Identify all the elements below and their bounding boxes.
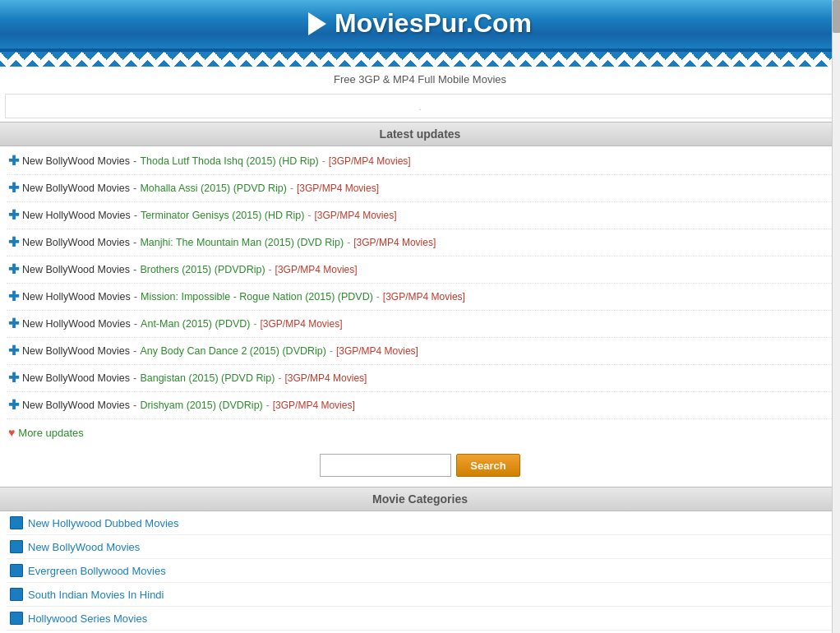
plus-icon: ✚ [8, 395, 19, 415]
category-item: Hollywood Series Movies [7, 607, 833, 631]
category-label: New BollyWood Movies [22, 371, 130, 386]
format-link[interactable]: [3GP/MP4 Movies] [353, 235, 436, 250]
site-subtitle: Free 3GP & MP4 Full Mobile Movies [0, 67, 840, 90]
category-label: New BollyWood Movies [22, 344, 130, 359]
heart-icon: ♥ [8, 426, 15, 439]
category-label: New BollyWood Movies [22, 181, 130, 196]
format-dash: - [347, 235, 350, 250]
separator: - [133, 153, 136, 169]
format-dash: - [253, 316, 256, 331]
update-item: ✚ New BollyWood Movies - Manjhi: The Mou… [7, 229, 833, 256]
plus-icon: ✚ [8, 260, 19, 280]
update-item: ✚ New HollyWood Movies - Mission: Imposs… [7, 284, 833, 311]
format-dash: - [330, 344, 333, 358]
format-link[interactable]: [3GP/MP4 Movies] [383, 289, 465, 304]
update-item: ✚ New BollyWood Movies - Bangistan (2015… [7, 365, 833, 392]
play-icon [308, 12, 326, 35]
header-zigzag [0, 52, 840, 67]
category-link[interactable]: South Indian Movies In Hindi [28, 589, 164, 601]
plus-icon: ✚ [8, 178, 19, 198]
site-header: MoviesPur.Com [0, 0, 840, 52]
category-label: New BollyWood Movies [22, 398, 130, 414]
separator: - [133, 343, 136, 359]
movie-link[interactable]: Manjhi: The Mountain Man (2015) (DVD Rip… [140, 235, 344, 251]
format-dash: - [290, 181, 293, 196]
movie-link[interactable]: Drishyam (2015) (DVDRip) [140, 398, 262, 414]
category-link[interactable]: Evergreen Bollywood Movies [28, 565, 166, 577]
update-item: ✚ New BollyWood Movies - Any Body Can Da… [7, 338, 833, 365]
plus-icon: ✚ [8, 206, 19, 225]
category-label: New BollyWood Movies [22, 262, 130, 278]
category-icon [10, 540, 23, 553]
separator: - [133, 180, 136, 196]
plus-icon: ✚ [8, 287, 19, 307]
separator: - [134, 289, 137, 305]
format-link[interactable]: [3GP/MP4 Movies] [336, 344, 418, 358]
format-link[interactable]: [3GP/MP4 Movies] [297, 181, 379, 196]
separator: - [133, 234, 136, 251]
format-link[interactable]: [3GP/MP4 Movies] [260, 316, 342, 331]
movie-link[interactable]: Any Body Can Dance 2 (2015) (DVDRip) [140, 344, 326, 359]
ad-banner: . [5, 94, 835, 118]
format-link[interactable]: [3GP/MP4 Movies] [275, 262, 358, 277]
format-link[interactable]: [3GP/MP4 Movies] [284, 371, 367, 386]
format-dash: - [376, 289, 380, 304]
plus-icon: ✚ [8, 151, 19, 171]
category-icon [10, 612, 23, 625]
ad-text: . [418, 102, 421, 112]
plus-icon: ✚ [8, 368, 19, 388]
updates-list: ✚ New BollyWood Movies - Thoda Lutf Thod… [0, 146, 840, 421]
site-title-text: MoviesPur.Com [335, 8, 532, 39]
format-dash: - [278, 371, 281, 386]
category-icon [10, 588, 23, 601]
format-link[interactable]: [3GP/MP4 Movies] [329, 154, 411, 169]
movie-link[interactable]: Mission: Impossible - Rogue Nation (2015… [141, 289, 373, 305]
separator: - [134, 207, 137, 224]
category-label: New BollyWood Movies [22, 235, 130, 251]
more-updates-link[interactable]: More updates [18, 427, 84, 439]
format-dash: - [322, 154, 325, 169]
category-label: New BollyWood Movies [22, 154, 130, 169]
category-link[interactable]: New Hollywood Dubbed Movies [28, 517, 179, 529]
format-dash: - [269, 262, 272, 277]
movie-categories-header: Movie Categories [0, 487, 840, 511]
separator: - [134, 316, 137, 332]
format-link[interactable]: [3GP/MP4 Movies] [273, 398, 355, 413]
update-item: ✚ New BollyWood Movies - Drishyam (2015)… [7, 392, 833, 419]
movie-link[interactable]: Terminator Genisys (2015) (HD Rip) [141, 208, 304, 224]
category-item: Evergreen Bollywood Movies [7, 559, 833, 583]
separator: - [133, 370, 136, 386]
format-dash: - [266, 398, 270, 413]
separator: - [133, 261, 136, 278]
plus-icon: ✚ [8, 233, 19, 252]
category-item: South Indian Movies In Hindi [7, 583, 833, 607]
category-label: New HollyWood Movies [22, 289, 131, 305]
movie-link[interactable]: Brothers (2015) (PDVDRip) [140, 262, 265, 278]
latest-updates-header: Latest updates [0, 122, 840, 146]
separator: - [133, 397, 136, 414]
plus-icon: ✚ [8, 314, 19, 334]
site-title: MoviesPur.Com [0, 8, 840, 49]
category-icon [10, 516, 23, 529]
movie-link[interactable]: Mohalla Assi (2015) (PDVD Rip) [140, 181, 287, 196]
category-icon [10, 564, 23, 577]
category-item: New Hollywood Dubbed Movies [7, 511, 833, 535]
search-section: Search [0, 444, 840, 487]
update-item: ✚ New HollyWood Movies - Ant-Man (2015) … [7, 311, 833, 338]
format-link[interactable]: [3GP/MP4 Movies] [314, 208, 396, 223]
scrollbar-thumb[interactable] [833, 0, 840, 33]
scrollbar[interactable] [832, 0, 840, 633]
more-updates-row: ♥ More updates [0, 421, 840, 444]
search-input[interactable] [320, 454, 451, 477]
update-item: ✚ New BollyWood Movies - Brothers (2015)… [7, 256, 833, 284]
category-link[interactable]: Hollywood Series Movies [28, 612, 147, 625]
movie-link[interactable]: Ant-Man (2015) (PDVD) [141, 316, 250, 332]
movie-link[interactable]: Bangistan (2015) (PDVD Rip) [140, 371, 275, 386]
format-dash: - [307, 208, 311, 223]
category-label: New HollyWood Movies [22, 316, 131, 332]
category-item: New BollyWood Movies [7, 535, 833, 559]
movie-link[interactable]: Thoda Lutf Thoda Ishq (2015) (HD Rip) [140, 154, 318, 169]
plus-icon: ✚ [8, 341, 19, 361]
category-link[interactable]: New BollyWood Movies [28, 541, 140, 553]
search-button[interactable]: Search [456, 454, 519, 477]
